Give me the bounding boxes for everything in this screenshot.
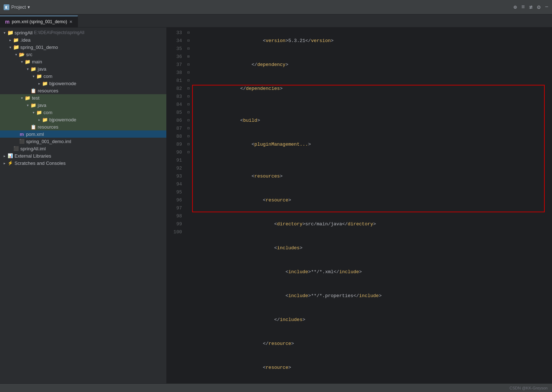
folder-icon-test: 📁 <box>25 95 30 101</box>
code-line-86: <include>**/*.xml</include> <box>195 260 546 284</box>
line-numbers: 33 34 35 36 37 38 81 82 83 84 85 86 87 8… <box>167 29 185 383</box>
arrow-com-test <box>30 110 36 114</box>
editor-wrapper: 33 34 35 36 37 38 81 82 83 84 85 86 87 8… <box>167 28 552 383</box>
arrow-java-test <box>25 103 30 107</box>
folder-icon-java-main: 📁 <box>30 66 36 72</box>
label-springAll: springAll <box>14 30 33 36</box>
label-spring001-iml: spring_001_demo.iml <box>26 139 71 144</box>
title-bar-actions: ⊕ ≡ ≢ ⚙ − <box>514 4 548 11</box>
tab-close-button[interactable]: ✕ <box>69 20 72 24</box>
label-springAll-iml: springAll.iml <box>20 146 46 151</box>
filter-icon[interactable]: ≢ <box>529 4 533 11</box>
folder-icon-src: 📂 <box>19 51 25 57</box>
sidebar: 📁 springAll E:\IDEA\Projects\springAll 📁… <box>0 28 167 383</box>
label-resources-test: resources <box>38 124 58 130</box>
arrow-springAll <box>1 31 7 35</box>
sidebar-item-test[interactable]: 📁 test <box>0 94 166 101</box>
arrow-com-main <box>30 74 36 78</box>
label-idea: .idea <box>20 37 30 43</box>
minimize-icon[interactable]: − <box>545 4 548 11</box>
status-bar: CSDN @KK-Greyson <box>0 383 552 392</box>
sidebar-item-springAll-iml[interactable]: ⬛ springAll.iml <box>0 145 166 152</box>
code-line-85: <includes> <box>195 236 546 260</box>
navigate-icon[interactable]: ⊕ <box>514 4 517 11</box>
project-title[interactable]: ◧ Project ▾ <box>4 4 30 10</box>
label-bjpowernode-test: bjpowernode <box>49 117 76 122</box>
hint-springAll: E:\IDEA\Projects\springAll <box>34 30 84 35</box>
sidebar-item-springAll[interactable]: 📁 springAll E:\IDEA\Projects\springAll <box>0 29 166 36</box>
code-line-38: <pluginManagement...> <box>195 133 546 157</box>
sidebar-item-spring001demo[interactable]: 📁 spring_001_demo <box>0 43 166 51</box>
settings-icon[interactable]: ⚙ <box>537 4 541 11</box>
sidebar-item-resources-test[interactable]: 📋 resources <box>0 123 166 130</box>
sidebar-item-scratches[interactable]: ⚡ Scratches and Consoles <box>0 159 166 167</box>
tab-label: pom.xml (spring_001_demo) <box>12 19 67 24</box>
folder-icon-springAll: 📁 <box>7 30 13 36</box>
code-line-88: </includes> <box>195 308 546 332</box>
project-icon: ◧ <box>4 4 9 10</box>
arrow-spring001demo <box>7 45 13 49</box>
sidebar-item-bjpowernode-main[interactable]: 📁 bjpowernode <box>0 80 166 87</box>
label-src: src <box>26 52 32 57</box>
sidebar-item-external-libs[interactable]: 📊 External Libraries <box>0 152 166 159</box>
folder-icon-com-test: 📁 <box>36 109 42 115</box>
sidebar-item-spring001-iml[interactable]: ⬛ spring_001_demo.iml <box>0 138 166 145</box>
project-label: Project <box>11 4 26 10</box>
folder-icon-bjpowernode-main: 📁 <box>42 80 48 86</box>
sidebar-item-com-test[interactable]: 📁 com <box>0 109 166 116</box>
arrow-bjpowernode-test <box>36 118 42 122</box>
gutter: ⊟ ⊟ ⊟ ⊞ ⊟ ⊟ ⊟ ⊟ ⊟ ⊟ ⊟ <box>185 29 192 383</box>
code-line-83: <resource> <box>195 188 546 212</box>
code-view[interactable]: 33 34 35 36 37 38 81 82 83 84 85 86 87 8… <box>167 28 552 383</box>
code-line-87: <include>**/*.properties</include> <box>195 284 546 308</box>
sidebar-item-resources-main[interactable]: 📋 resources <box>0 87 166 94</box>
arrow-bjpowernode-main <box>36 82 42 86</box>
folder-icon-bjpowernode-test: 📁 <box>42 117 48 122</box>
tab-bar: m pom.xml (spring_001_demo) ✕ <box>0 14 552 28</box>
label-pom-xml: pom.xml <box>26 132 44 137</box>
sidebar-item-src[interactable]: 📂 src <box>0 51 166 58</box>
label-main: main <box>32 59 42 64</box>
arrow-scratches <box>1 161 7 165</box>
label-spring001demo: spring_001_demo <box>20 45 58 50</box>
sidebar-item-java-test[interactable]: 📁 java <box>0 101 166 109</box>
folder-icon-idea: 📁 <box>13 37 19 43</box>
sidebar-item-bjpowernode-test[interactable]: 📁 bjpowernode <box>0 116 166 123</box>
code-line-90: <resource> <box>195 356 546 380</box>
arrow-java-main <box>25 67 30 71</box>
sidebar-item-main[interactable]: 📁 main <box>0 58 166 65</box>
sidebar-item-pom-xml[interactable]: m pom.xml <box>0 130 166 138</box>
main-layout: 📁 springAll E:\IDEA\Projects\springAll 📁… <box>0 28 552 383</box>
code-line-34: </dependency> <box>195 53 546 77</box>
arrow-src <box>13 53 19 57</box>
code-line-89: </resource> <box>195 332 546 356</box>
code-line-33: <version>5.3.21</version> <box>195 29 546 53</box>
file-icon-springAll-iml: ⬛ <box>13 146 19 151</box>
sidebar-item-java-main[interactable]: 📁 java <box>0 65 166 72</box>
tab-pom-xml[interactable]: m pom.xml (spring_001_demo) ✕ <box>0 16 78 27</box>
arrow-external-libs <box>1 154 7 158</box>
code-line-82: <resources> <box>195 164 546 188</box>
sidebar-item-idea[interactable]: 📁 .idea <box>0 36 166 43</box>
file-icon-pom-xml: m <box>19 131 25 137</box>
label-com-main: com <box>43 74 53 79</box>
project-dropdown-icon[interactable]: ▾ <box>28 4 30 10</box>
code-content[interactable]: <version>5.3.21</version> </dependency> … <box>192 29 552 383</box>
folder-icon-resources-main: 📋 <box>30 88 36 93</box>
file-icon-external-libs: 📊 <box>7 153 13 159</box>
status-text: CSDN @KK-Greyson <box>510 386 548 390</box>
file-icon-scratches: ⚡ <box>7 160 13 166</box>
label-bjpowernode-main: bjpowernode <box>49 81 76 86</box>
code-line-37: <build> <box>195 109 546 133</box>
arrow-idea <box>7 38 13 42</box>
file-icon-spring001-iml: ⬛ <box>19 138 25 144</box>
list-icon[interactable]: ≡ <box>522 4 525 11</box>
editor-area: 33 34 35 36 37 38 81 82 83 84 85 86 87 8… <box>167 28 552 383</box>
label-resources-main: resources <box>38 88 58 93</box>
label-external-libs: External Libraries <box>14 153 51 159</box>
sidebar-item-com-main[interactable]: 📁 com <box>0 72 166 80</box>
tab-m-icon: m <box>5 19 9 25</box>
label-scratches: Scratches and Consoles <box>14 160 66 166</box>
title-bar: ◧ Project ▾ ⊕ ≡ ≢ ⚙ − <box>0 0 552 14</box>
arrow-main <box>19 60 25 64</box>
